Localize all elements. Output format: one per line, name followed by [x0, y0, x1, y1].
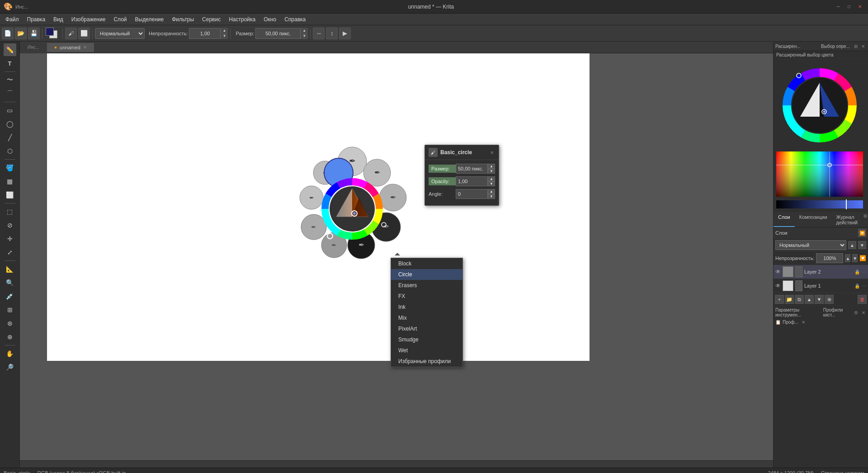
- tool-freehand[interactable]: 〜: [4, 74, 16, 86]
- layer-1-more-icon[interactable]: ⋯: [862, 284, 866, 289]
- close-button[interactable]: ✕: [855, 2, 864, 11]
- size-down[interactable]: ▼: [301, 33, 308, 39]
- add-group-btn[interactable]: 📁: [785, 295, 794, 304]
- mirror-h-button[interactable]: ↔: [313, 28, 325, 39]
- opacity-down[interactable]: ▼: [221, 33, 228, 39]
- layer-item-2[interactable]: 👁 Layer 2 🔒 ⋯: [774, 265, 868, 279]
- adv-color-tab2-label[interactable]: Выбор опре...: [819, 44, 852, 49]
- tool-rect[interactable]: ▭: [4, 104, 16, 117]
- brush-angle-up[interactable]: ▲: [488, 189, 495, 194]
- layers-filter-icon[interactable]: 🔽: [859, 255, 866, 261]
- fg-color-swatch[interactable]: [46, 28, 54, 36]
- hue-saturation-selector[interactable]: [776, 151, 863, 197]
- tool-colorpick[interactable]: 💉: [4, 290, 16, 303]
- menu-filters[interactable]: Фильтры: [168, 15, 198, 24]
- layers-opacity-down[interactable]: ▼: [852, 254, 858, 262]
- menu-view[interactable]: Вид: [50, 15, 67, 24]
- brush-cat-smudge[interactable]: Smudge: [391, 334, 462, 345]
- brush-size-up[interactable]: ▲: [488, 164, 495, 169]
- tool-bezier[interactable]: ⌒: [4, 87, 16, 100]
- delete-layer-btn[interactable]: 🗑: [858, 295, 867, 304]
- tool-assistant[interactable]: ⊞: [4, 303, 16, 316]
- save-button[interactable]: 💾: [28, 28, 40, 39]
- brush-cat-block[interactable]: Block: [391, 258, 462, 269]
- tool-fill[interactable]: 🪣: [4, 161, 16, 174]
- layer-move-down-btn[interactable]: ▼: [815, 295, 824, 304]
- menu-edit[interactable]: Правка: [24, 15, 49, 24]
- tool-opts-close[interactable]: ✕: [861, 309, 866, 316]
- tool-pan[interactable]: ✋: [4, 347, 16, 360]
- brush-profiles-label[interactable]: Профили кист...: [823, 307, 852, 317]
- blend-mode-select[interactable]: Нормальный: [95, 28, 145, 39]
- tool-options-label[interactable]: Параметры инструмен...: [775, 307, 820, 317]
- tool-zoom[interactable]: 🔍: [4, 276, 16, 289]
- menu-select[interactable]: Выделение: [132, 15, 168, 24]
- value-selector[interactable]: [776, 199, 863, 209]
- menu-file[interactable]: Файл: [2, 15, 23, 24]
- layer-2-vis-btn[interactable]: 👁: [775, 269, 781, 275]
- tool-eraser[interactable]: ⬜: [4, 189, 16, 201]
- tool-select-freehand[interactable]: ⊘: [4, 219, 16, 232]
- tab-close-button[interactable]: ✕: [83, 45, 87, 50]
- brush-size-down[interactable]: ▼: [488, 169, 495, 174]
- brush-cat-pixelart[interactable]: PixelArt: [391, 323, 462, 334]
- layers-blend-up[interactable]: ▲: [848, 241, 856, 249]
- menu-layer[interactable]: Слой: [110, 15, 130, 24]
- menu-service[interactable]: Сервис: [198, 15, 224, 24]
- tool-transform[interactable]: ⤢: [4, 246, 16, 259]
- menu-window[interactable]: Окно: [260, 15, 280, 24]
- brush-preset-wheel[interactable]: ✒ ✒ ✒ ✒ ✒ ✒ ✒ ✒ ✒: [289, 139, 415, 265]
- horizontal-scrollbar[interactable]: [20, 460, 773, 468]
- brush-opacity-down[interactable]: ▼: [488, 181, 495, 186]
- menu-settings[interactable]: Настройка: [225, 15, 259, 24]
- play-button[interactable]: ▶: [339, 28, 351, 39]
- layers-panel-undock[interactable]: ⊞: [862, 213, 868, 219]
- brush-cat-ink[interactable]: Ink: [391, 302, 462, 312]
- brush-preset-button[interactable]: 🖌: [65, 28, 77, 39]
- layers-blend-down[interactable]: ▼: [858, 241, 866, 249]
- brush-cat-favorites[interactable]: Избранные профили: [391, 356, 462, 367]
- layers-opacity-input[interactable]: [816, 253, 843, 263]
- tool-select-rect[interactable]: ⬚: [4, 205, 16, 218]
- layer-item-1[interactable]: 👁 Layer 1 🔒 ⋯: [774, 279, 868, 293]
- maximize-button[interactable]: □: [844, 2, 854, 11]
- layers-filter-btn[interactable]: 🔽: [858, 229, 866, 237]
- new-button[interactable]: 📄: [2, 28, 14, 39]
- size-input[interactable]: [255, 28, 301, 39]
- tool-search[interactable]: 🔎: [4, 361, 16, 374]
- brush-cat-circle[interactable]: Circle: [391, 269, 462, 280]
- menu-image[interactable]: Изображение: [68, 15, 109, 24]
- tab-history[interactable]: Журнал действий: [832, 213, 862, 227]
- adv-color-tab-label[interactable]: Расширен...: [775, 44, 818, 49]
- tool-contiguous-select[interactable]: ⊛: [4, 317, 16, 330]
- add-layer-btn[interactable]: +: [775, 295, 784, 304]
- tool-opts-settings[interactable]: ⚙: [854, 309, 859, 316]
- tool-ellipse[interactable]: ◯: [4, 118, 16, 130]
- brush-angle-down[interactable]: ▼: [488, 194, 495, 199]
- tab-layers[interactable]: Слои: [774, 213, 795, 227]
- tool-gradient[interactable]: ▦: [4, 175, 16, 188]
- size-up[interactable]: ▲: [301, 28, 308, 33]
- eraser-toggle[interactable]: ⬜: [78, 28, 90, 39]
- layer-1-vis-btn[interactable]: 👁: [775, 283, 781, 289]
- brush-profile-close[interactable]: ✕: [800, 319, 807, 325]
- canvas-tab-unnamed[interactable]: ● unnamed ✕: [47, 43, 94, 52]
- tool-polygon[interactable]: ⬡: [4, 145, 16, 157]
- layers-blend-select[interactable]: Нормальный: [775, 240, 846, 250]
- brush-opacity-value[interactable]: 1,00: [456, 176, 488, 186]
- brush-cat-fx[interactable]: FX: [391, 291, 462, 302]
- tool-move[interactable]: ✛: [4, 232, 16, 245]
- layer-2-more-icon[interactable]: ⋯: [862, 270, 866, 274]
- brush-cat-mix[interactable]: Mix: [391, 312, 462, 323]
- brush-cat-erasers[interactable]: Erasers: [391, 280, 462, 291]
- opacity-up[interactable]: ▲: [221, 28, 228, 33]
- layer-move-up-btn[interactable]: ▲: [805, 295, 814, 304]
- opacity-input[interactable]: [189, 28, 221, 39]
- menu-help[interactable]: Справка: [281, 15, 309, 24]
- canvas-area[interactable]: Инс... ● unnamed ✕: [20, 42, 773, 468]
- brush-angle-value[interactable]: 0: [456, 189, 488, 199]
- minimize-button[interactable]: ─: [834, 2, 843, 11]
- brush-cat-wet[interactable]: Wet: [391, 345, 462, 356]
- tool-smart-patch[interactable]: ⊕: [4, 331, 16, 343]
- open-button[interactable]: 📂: [15, 28, 27, 39]
